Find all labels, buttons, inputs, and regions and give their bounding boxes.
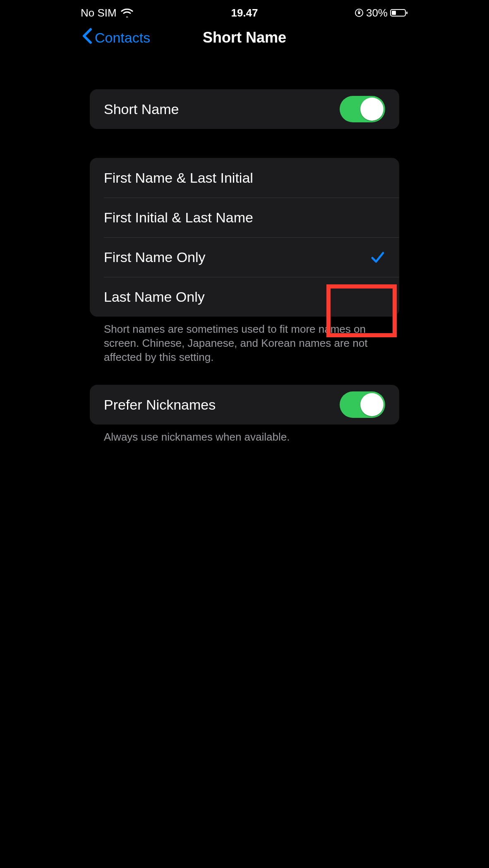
options-footer-text: Short names are sometimes used to fit mo… (90, 317, 399, 364)
prefer-nicknames-footer-text: Always use nicknames when available. (90, 424, 399, 444)
toggle-knob (360, 393, 384, 416)
option-last-name-only[interactable]: Last Name Only (90, 277, 399, 317)
toggle-knob (360, 98, 384, 121)
prefer-nicknames-label: Prefer Nicknames (104, 397, 340, 413)
status-bar: No SIM 19.47 30% (73, 0, 416, 23)
prefer-nicknames-row[interactable]: Prefer Nicknames (90, 385, 399, 424)
option-first-name-last-initial[interactable]: First Name & Last Initial (90, 158, 399, 198)
option-label: First Name & Last Initial (104, 170, 385, 186)
checkmark-icon (370, 250, 385, 265)
status-time: 19.47 (73, 7, 416, 19)
format-options-group: First Name & Last Initial First Initial … (90, 158, 399, 317)
option-label: First Name Only (104, 249, 370, 265)
short-name-toggle-group: Short Name (90, 89, 399, 129)
option-label: First Initial & Last Name (104, 210, 385, 226)
short-name-toggle[interactable] (340, 96, 385, 122)
nav-bar: Contacts Short Name (73, 23, 416, 52)
prefer-nicknames-toggle[interactable] (340, 391, 385, 418)
short-name-label: Short Name (104, 101, 340, 117)
option-first-initial-last-name[interactable]: First Initial & Last Name (90, 198, 399, 237)
short-name-row[interactable]: Short Name (90, 89, 399, 129)
prefer-nicknames-group: Prefer Nicknames (90, 385, 399, 424)
option-label: Last Name Only (104, 289, 385, 305)
option-first-name-only[interactable]: First Name Only (90, 237, 399, 277)
page-title: Short Name (73, 29, 416, 46)
